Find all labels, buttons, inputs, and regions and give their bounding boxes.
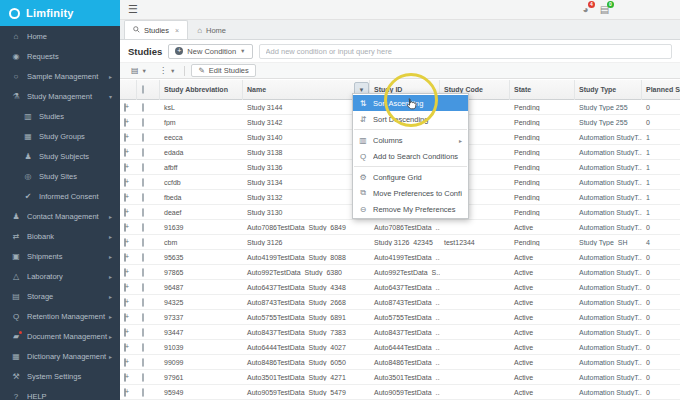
study-type-link[interactable]: Automation StudyT... (579, 344, 642, 351)
row-checkbox[interactable] (142, 268, 144, 277)
sidebar-item-storage[interactable]: ▤Storage▸ (0, 286, 120, 306)
table-row[interactable]: 99099Auto8486TestData_Study_6050Auto8486… (120, 355, 680, 370)
table-row[interactable]: 95949Auto9059TestData_Study_5479Auto9059… (120, 385, 680, 400)
planned-samples-link[interactable]: 1 (646, 134, 650, 141)
expand-row-button[interactable] (124, 268, 126, 277)
study-type-link[interactable]: Study Type_SH (579, 239, 628, 246)
study-type-link[interactable]: Automation StudyT... (579, 374, 642, 381)
table-row[interactable]: 94325Auto8743TestData_Study_2668Auto8743… (120, 295, 680, 310)
expand-row-button[interactable] (124, 223, 126, 232)
row-checkbox[interactable] (142, 103, 144, 112)
expand-row-button[interactable] (124, 328, 126, 337)
study-type-link[interactable]: Automation StudyT... (579, 269, 642, 276)
sidebar-item-study-sites[interactable]: ◎Study Sites (0, 166, 120, 186)
column-header-name[interactable]: Name▼ (243, 80, 370, 100)
expand-row-button[interactable] (124, 283, 126, 292)
study-type-link[interactable]: Automation StudyT... (579, 389, 642, 396)
expand-row-button[interactable] (124, 373, 126, 382)
sidebar-item-home[interactable]: ⌂Home (0, 26, 120, 46)
planned-samples-link[interactable]: 4 (646, 239, 650, 246)
table-row[interactable]: 95635Auto4199TestData_Study_8088Auto4199… (120, 250, 680, 265)
column-header-state[interactable]: State (510, 80, 575, 100)
row-checkbox[interactable] (142, 343, 144, 352)
expand-row-button[interactable] (124, 193, 126, 202)
sidebar-item-informed-consent[interactable]: ✔Informed Consent (0, 186, 120, 206)
row-checkbox[interactable] (142, 223, 144, 232)
study-type-link[interactable]: Automation StudyT... (579, 284, 642, 291)
row-checkbox[interactable] (142, 388, 144, 397)
sidebar-item-sample-management[interactable]: ○Sample Management▸ (0, 66, 120, 86)
study-type-link[interactable]: Automation StudyT... (579, 314, 642, 321)
study-type-link[interactable]: Automation StudyT... (579, 359, 642, 366)
sidebar-item-document-management[interactable]: ▰Document Management▸ (0, 326, 120, 346)
sidebar-item-study-subjects[interactable]: ♟Study Subjects (0, 146, 120, 166)
row-checkbox[interactable] (142, 178, 144, 187)
row-checkbox[interactable] (142, 298, 144, 307)
expand-row-button[interactable] (124, 343, 126, 352)
history-icon[interactable]: ◕4 (580, 4, 591, 15)
study-type-link[interactable]: Study Type 255 (579, 119, 628, 126)
table-row[interactable]: 91039Auto6444TestData_Study_4027Auto6444… (120, 340, 680, 355)
row-checkbox[interactable] (142, 193, 144, 202)
row-checkbox[interactable] (142, 358, 144, 367)
study-type-link[interactable]: Automation StudyT... (579, 179, 642, 186)
study-type-link[interactable]: Automation StudyT... (579, 299, 642, 306)
hamburger-menu-icon[interactable]: ☰ (128, 4, 138, 15)
expand-row-button[interactable] (124, 313, 126, 322)
row-checkbox[interactable] (142, 238, 144, 247)
study-type-link[interactable]: Automation StudyT... (579, 194, 642, 201)
row-checkbox[interactable] (142, 163, 144, 172)
menu-item-remove-my-preferences[interactable]: ⊖Remove My Preferences (353, 201, 468, 217)
row-checkbox[interactable] (142, 313, 144, 322)
expand-row-button[interactable] (124, 388, 126, 397)
menu-item-configure-grid[interactable]: ⚙Configure Grid (353, 169, 468, 185)
sidebar-item-studies[interactable]: ▥Studies (0, 106, 120, 126)
row-checkbox[interactable] (142, 373, 144, 382)
sidebar-item-system-settings[interactable]: ⚒System Settings (0, 366, 120, 386)
menu-item-move-preferences[interactable]: ⧉Move Preferences to Config (353, 185, 468, 201)
tab-studies[interactable]: Studies× (124, 20, 188, 39)
menu-item-sort-descending[interactable]: ⇵Sort Descending (353, 111, 468, 127)
edit-studies-button[interactable]: ✎ Edit Studies (191, 64, 255, 77)
select-all-checkbox[interactable] (142, 85, 144, 94)
expand-row-button[interactable] (124, 253, 126, 262)
brand-header[interactable]: Limfinity (0, 0, 120, 26)
study-type-link[interactable]: Automation StudyT... (579, 254, 642, 261)
planned-samples-link[interactable]: 1 (646, 209, 650, 216)
expand-row-button[interactable] (124, 298, 126, 307)
sidebar-item-help[interactable]: ?HELP (0, 386, 120, 400)
expand-row-button[interactable] (124, 148, 126, 157)
menu-item-add-to-search-conditions[interactable]: QAdd to Search Conditions (353, 148, 468, 164)
planned-samples-link[interactable]: 1 (646, 179, 650, 186)
table-row[interactable]: 97337Auto5755TestData_Study_6891Auto5755… (120, 310, 680, 325)
sidebar-item-contact-management[interactable]: ♟Contact Management▸ (0, 206, 120, 226)
study-type-link[interactable]: Automation StudyT... (579, 149, 642, 156)
expand-row-button[interactable] (124, 238, 126, 247)
menu-item-sort-ascending[interactable]: ⇅Sort Ascending (353, 95, 468, 111)
planned-samples-link[interactable]: 1 (646, 164, 650, 171)
export-menu-button[interactable]: ▤ ▼ (128, 65, 150, 76)
expand-row-button[interactable] (124, 178, 126, 187)
new-condition-button[interactable]: + New Condition ▼ (168, 44, 252, 59)
query-input[interactable] (259, 44, 672, 59)
sidebar-item-study-groups[interactable]: ▦Study Groups (0, 126, 120, 146)
column-header-study-abbreviation[interactable]: Study Abbreviation (160, 80, 243, 100)
sidebar-item-dictionary-management[interactable]: ▦Dictionary Management▸ (0, 346, 120, 366)
expand-row-button[interactable] (124, 118, 126, 127)
sidebar-item-study-management[interactable]: ⚗Study Management▾ (0, 86, 120, 106)
planned-samples-link[interactable]: 1 (646, 194, 650, 201)
column-header-planned-samples[interactable]: Planned Sa (642, 80, 680, 100)
table-row[interactable]: 91639Auto7086TestData_Study_6849Auto7086… (120, 220, 680, 235)
reports-icon[interactable]: ▤0 (599, 4, 610, 15)
sidebar-item-laboratory[interactable]: △Laboratory▸ (0, 266, 120, 286)
row-checkbox[interactable] (142, 118, 144, 127)
study-type-link[interactable]: Study Type 255 (579, 104, 628, 111)
expand-row-button[interactable] (124, 358, 126, 367)
sidebar-item-biobank[interactable]: ⇄Biobank▸ (0, 226, 120, 246)
sidebar-item-retention-management[interactable]: QRetention Management▸ (0, 306, 120, 326)
close-icon[interactable]: × (175, 27, 179, 34)
study-type-link[interactable]: Automation StudyT... (579, 134, 642, 141)
expand-row-button[interactable] (124, 208, 126, 217)
tab-home[interactable]: ⌂Home (188, 20, 235, 39)
expand-row-button[interactable] (124, 163, 126, 172)
